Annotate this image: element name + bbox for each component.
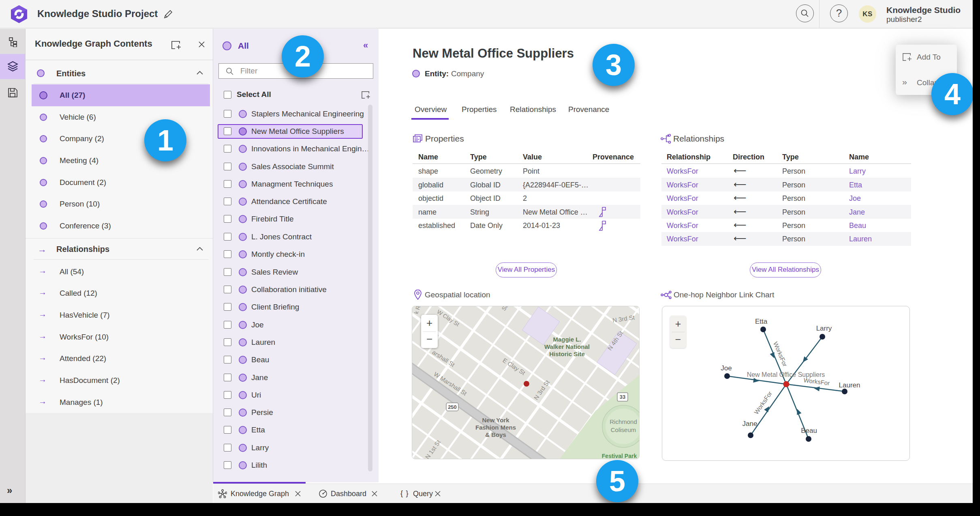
svg-text:WorksFor: WorksFor [772, 341, 789, 368]
svg-text:Joe: Joe [721, 364, 732, 372]
svg-text:Richmond: Richmond [610, 418, 637, 425]
svg-text:& Boys: & Boys [485, 431, 506, 438]
svg-text:Etta: Etta [755, 318, 768, 325]
svg-text:Walker National: Walker National [544, 343, 590, 350]
svg-text:New York: New York [482, 417, 510, 424]
svg-text:250: 250 [448, 404, 457, 410]
svg-text:Lauren: Lauren [839, 381, 860, 389]
svg-text:Historic Site: Historic Site [549, 350, 585, 357]
svg-text:Jane: Jane [742, 420, 757, 428]
svg-text:Larry: Larry [816, 325, 832, 332]
svg-text:New Metal Office Suppliers: New Metal Office Suppliers [747, 371, 825, 378]
svg-text:Festival Park: Festival Park [602, 453, 637, 459]
svg-text:Fashion Mens: Fashion Mens [475, 424, 516, 431]
svg-text:WorksFor: WorksFor [753, 390, 773, 415]
svg-text:Coliseum: Coliseum [611, 426, 636, 433]
svg-text:Maggie L.: Maggie L. [553, 336, 581, 343]
svg-text:Beau: Beau [801, 427, 817, 434]
svg-text:33: 33 [620, 394, 625, 400]
